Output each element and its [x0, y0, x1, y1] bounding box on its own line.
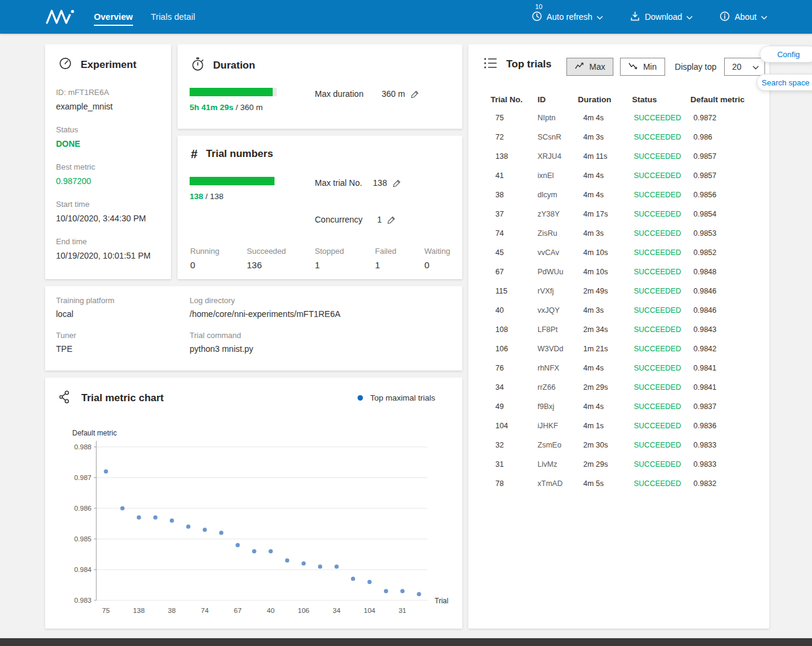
chevron-down-icon — [761, 12, 767, 22]
table-row[interactable]: 115rVXfj2m 49sSUCCEEDED0.9846 — [491, 281, 763, 301]
cell-metric: 0.9854 — [690, 210, 763, 218]
footer-bar — [0, 638, 812, 646]
svg-text:40: 40 — [267, 607, 274, 614]
cell-metric: 0.986 — [690, 133, 763, 141]
table-row[interactable]: 31LlvMz2m 29sSUCCEEDED0.9833 — [491, 455, 763, 474]
cell-status: SUCCEEDED — [632, 306, 690, 315]
cell-metric: 0.9832 — [690, 479, 763, 488]
cell-dur: 4m 3s — [578, 306, 632, 315]
display-top-select[interactable]: 20 — [724, 58, 765, 76]
end-time-value: 10/19/2020, 10:01:51 PM — [56, 251, 164, 260]
table-row[interactable]: 75NIptn4m 4sSUCCEEDED0.9872 — [491, 108, 763, 128]
cell-dur: 4m 10s — [578, 268, 632, 276]
cell-no: 38 — [491, 191, 538, 199]
cell-metric: 0.9853 — [690, 229, 763, 238]
cell-dur: 1m 21s — [578, 345, 632, 353]
duration-card: Duration 5h 41m 29s / 360 m Max duration… — [178, 45, 462, 129]
table-row[interactable]: 49f9Bxj4m 4sSUCCEEDED0.9837 — [491, 397, 763, 416]
table-row[interactable]: 104iJHKF4m 1sSUCCEEDED0.9836 — [491, 416, 763, 435]
edit-pencil-icon[interactable] — [392, 179, 401, 188]
svg-text:75: 75 — [102, 607, 110, 614]
cell-no: 45 — [491, 248, 538, 257]
status-label: Status — [56, 125, 164, 134]
min-button[interactable]: Min — [620, 58, 665, 76]
cell-id: LlvMz — [538, 460, 578, 469]
metric-chart-title: Trial metric chart — [81, 392, 164, 404]
cell-status: SUCCEEDED — [632, 364, 690, 372]
about-menu[interactable]: About — [719, 11, 767, 23]
download-label: Download — [645, 12, 682, 22]
cell-dur: 4m 17s — [578, 210, 632, 218]
auto-refresh-menu[interactable]: 10 Auto refresh — [532, 11, 603, 23]
cell-metric: 0.9841 — [690, 364, 763, 372]
column-duration[interactable]: Duration — [578, 95, 632, 104]
table-row[interactable]: 106W3VDd1m 21sSUCCEEDED0.9842 — [491, 339, 763, 358]
cell-dur: 4m 3s — [578, 229, 632, 238]
platform-card: Training platform local Tuner TPE Log di… — [45, 286, 462, 371]
svg-text:0.986: 0.986 — [74, 505, 91, 512]
table-row[interactable]: 37zY38Y4m 17sSUCCEEDED0.9854 — [491, 205, 763, 224]
table-row[interactable]: 45vvCAv4m 10sSUCCEEDED0.9852 — [491, 243, 763, 262]
table-row[interactable]: 40vxJQY4m 3sSUCCEEDED0.9846 — [491, 301, 763, 320]
edit-pencil-icon[interactable] — [387, 215, 396, 224]
top-trials-table: Trial No. ID Duration Status Default met… — [468, 90, 769, 493]
column-id[interactable]: ID — [538, 95, 578, 104]
nni-logo — [45, 7, 77, 26]
download-menu[interactable]: Download — [630, 11, 693, 23]
table-row[interactable]: 41ixnEl4m 4sSUCCEEDED0.9857 — [491, 166, 763, 185]
cell-dur: 2m 29s — [578, 460, 632, 469]
table-row[interactable]: 74ZisRu4m 3sSUCCEEDED0.9853 — [491, 224, 763, 243]
table-row[interactable]: 34rrZ662m 29sSUCCEEDED0.9841 — [491, 378, 763, 397]
cell-metric: 0.9837 — [690, 402, 763, 411]
top-navbar: Overview Trials detail 10 Auto refresh D… — [0, 0, 812, 34]
trials-progress-bar — [190, 177, 274, 185]
svg-text:104: 104 — [364, 607, 376, 614]
table-row[interactable]: 67PdWUu4m 10sSUCCEEDED0.9848 — [491, 262, 763, 281]
cell-status: SUCCEEDED — [632, 210, 690, 218]
table-row[interactable]: 78xTmAD4m 5sSUCCEEDED0.9832 — [491, 474, 763, 493]
cell-status: SUCCEEDED — [632, 248, 690, 257]
cell-no: 34 — [491, 383, 538, 392]
cell-dur: 2m 49s — [578, 287, 632, 295]
status-value: DONE — [56, 139, 164, 149]
table-row[interactable]: 38dlcym4m 4sSUCCEEDED0.9856 — [491, 185, 763, 205]
list-icon — [483, 57, 498, 72]
search-space-button[interactable]: Search space — [757, 74, 812, 91]
column-status[interactable]: Status — [632, 95, 690, 104]
cell-status: SUCCEEDED — [632, 402, 690, 411]
cell-no: 76 — [491, 364, 538, 372]
cell-no: 67 — [491, 268, 538, 276]
duration-title: Duration — [213, 60, 255, 72]
svg-text:Default metric: Default metric — [72, 429, 117, 437]
max-duration-label: Max duration — [315, 89, 364, 99]
cell-id: zY38Y — [538, 210, 578, 218]
nni-overview-page: Overview Trials detail 10 Auto refresh D… — [0, 0, 812, 646]
tab-trials-detail[interactable]: Trials detail — [151, 8, 196, 26]
cell-dur: 4m 5s — [578, 479, 632, 488]
cell-no: 72 — [491, 133, 538, 141]
metric-chart-card: Trial metric chart Top maximal trials 0.… — [45, 378, 462, 629]
table-row[interactable]: 108LF8Pt2m 34sSUCCEEDED0.9843 — [491, 320, 763, 339]
table-row[interactable]: 72SCsnR4m 3sSUCCEEDED0.986 — [491, 128, 763, 147]
config-button[interactable]: Config — [760, 46, 812, 63]
display-top-label: Display top — [675, 62, 716, 72]
column-trial-no[interactable]: Trial No. — [491, 95, 538, 104]
best-metric-value: 0.987200 — [56, 176, 164, 186]
tab-overview[interactable]: Overview — [94, 8, 133, 26]
metric-scatter-chart[interactable]: 0.9830.9840.9850.9860.9870.988Default me… — [51, 426, 456, 621]
concurrency-label: Concurrency — [315, 215, 362, 224]
chevron-down-icon — [597, 12, 603, 22]
edit-pencil-icon[interactable] — [411, 90, 420, 99]
table-row[interactable]: 138XRJU44m 11sSUCCEEDED0.9857 — [491, 147, 763, 166]
cell-status: SUCCEEDED — [632, 114, 690, 122]
table-row[interactable]: 32ZsmEo2m 30sSUCCEEDED0.9833 — [491, 435, 763, 455]
table-row[interactable]: 76rhNFX4m 4sSUCCEEDED0.9841 — [491, 358, 763, 378]
cell-no: 108 — [491, 325, 538, 334]
cell-metric: 0.9842 — [690, 345, 763, 353]
cell-id: f9Bxj — [538, 402, 578, 411]
column-default-metric[interactable]: Default metric — [690, 95, 763, 104]
legend-label: Top maximal trials — [370, 393, 435, 402]
max-button[interactable]: Max — [566, 58, 613, 76]
svg-text:Trial: Trial — [435, 597, 448, 605]
start-time-value: 10/10/2020, 3:44:30 PM — [56, 214, 164, 223]
